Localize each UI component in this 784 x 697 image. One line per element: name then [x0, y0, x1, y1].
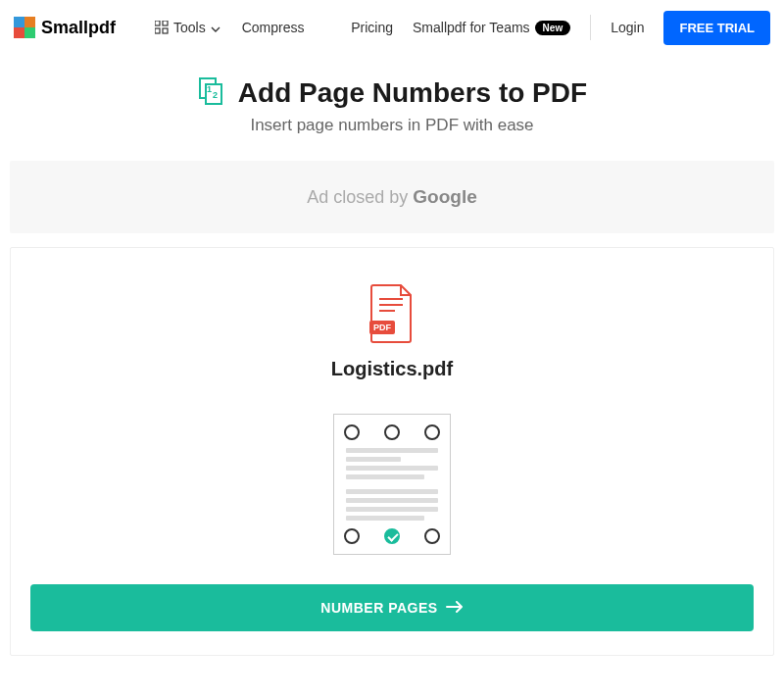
nav-pricing[interactable]: Pricing: [351, 20, 393, 35]
new-badge: New: [535, 21, 571, 35]
logo[interactable]: Smallpdf: [14, 17, 116, 38]
number-pages-button[interactable]: NUMBER PAGES: [30, 584, 754, 631]
nav-teams[interactable]: Smallpdf for Teams New: [413, 20, 570, 35]
ad-brand: Google: [413, 186, 476, 207]
position-selector: [333, 414, 451, 555]
divider: [590, 15, 591, 40]
work-card: PDF Logistics.pdf NUMBER PAGES: [10, 247, 774, 656]
nav-login[interactable]: Login: [611, 20, 644, 35]
pos-bottom-left[interactable]: [344, 528, 360, 544]
svg-rect-2: [14, 27, 24, 38]
svg-rect-4: [155, 21, 160, 25]
svg-text:2: 2: [213, 90, 218, 100]
pos-bottom-center[interactable]: [384, 528, 400, 544]
nav-compress[interactable]: Compress: [242, 20, 305, 35]
arrow-right-icon: [446, 600, 464, 616]
svg-rect-0: [14, 17, 24, 27]
nav-tools-label: Tools: [173, 20, 206, 35]
pos-top-center[interactable]: [384, 424, 400, 440]
nav-tools[interactable]: Tools: [155, 20, 220, 35]
right-nav: Pricing Smallpdf for Teams New Login FRE…: [351, 11, 770, 45]
nav-teams-label: Smallpdf for Teams: [413, 20, 530, 35]
file-name: Logistics.pdf: [30, 358, 754, 380]
page-subtitle: Insert page numbers in PDF with ease: [10, 116, 774, 135]
action-label: NUMBER PAGES: [320, 600, 437, 616]
svg-rect-6: [155, 28, 160, 33]
brand-text: Smallpdf: [41, 18, 116, 38]
chevron-down-icon: [211, 20, 220, 35]
free-trial-button[interactable]: FREE TRIAL: [663, 11, 770, 45]
pos-top-left[interactable]: [344, 424, 360, 440]
svg-rect-3: [24, 27, 35, 38]
page-preview-content: [344, 448, 440, 521]
ad-banner: Ad closed by Google: [10, 161, 774, 233]
pos-bottom-right[interactable]: [424, 528, 440, 544]
svg-rect-7: [163, 28, 168, 33]
header: Smallpdf Tools Compress Pricing Smallpdf…: [0, 0, 784, 55]
grid-icon: [155, 21, 169, 34]
hero: 1 2 Add Page Numbers to PDF Insert page …: [0, 55, 784, 147]
logo-icon: [14, 17, 35, 38]
svg-rect-1: [24, 17, 35, 27]
pdf-file-icon: PDF: [368, 283, 416, 344]
svg-text:PDF: PDF: [373, 323, 392, 332]
page-number-icon: 1 2: [197, 76, 226, 110]
pos-top-right[interactable]: [424, 424, 440, 440]
svg-rect-5: [163, 21, 168, 25]
svg-text:1: 1: [207, 84, 212, 94]
page-title: Add Page Numbers to PDF: [238, 77, 587, 109]
ad-text: Ad closed by: [307, 187, 413, 207]
main-nav: Tools Compress: [155, 20, 304, 35]
